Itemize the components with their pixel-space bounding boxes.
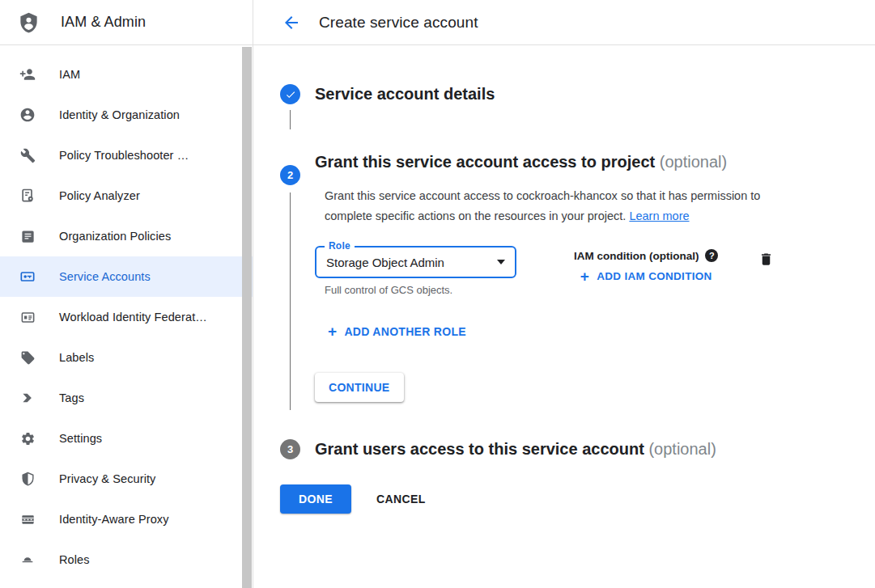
hat-icon — [19, 552, 36, 568]
cancel-button[interactable]: CANCEL — [376, 493, 426, 506]
sidebar-item-label: Service Accounts — [59, 270, 151, 283]
step-grant-users-access: 3 Grant users access to this service acc… — [280, 436, 843, 462]
add-another-role-label: ADD ANOTHER ROLE — [344, 325, 466, 338]
step2-title-text: Grant this service account access to pro… — [315, 153, 655, 171]
sidebar-item-privacy-security[interactable]: Privacy & Security — [0, 459, 253, 499]
plus-icon: + — [328, 324, 337, 339]
step-grant-access-to-project: 2 Grant this service account access to p… — [280, 149, 843, 420]
learn-more-link[interactable]: Learn more — [629, 209, 689, 222]
account-circle-icon — [19, 107, 36, 123]
shield-icon — [19, 471, 36, 487]
iam-condition-label: IAM condition (optional) — [574, 250, 699, 262]
step2-title: Grant this service account access to pro… — [315, 149, 752, 175]
step3-number-indicator: 3 — [280, 439, 300, 459]
role-field-value: Storage Object Admin — [326, 256, 491, 269]
role-select[interactable]: Role Storage Object Admin — [315, 246, 516, 278]
sidebar-item-iam[interactable]: IAM — [0, 54, 253, 95]
iam-condition-block: IAM condition (optional) ? + ADD IAM CON… — [574, 246, 718, 284]
delete-role-button[interactable] — [757, 246, 775, 270]
step3-title: Grant users access to this service accou… — [315, 436, 843, 462]
sidebar-item-label: IAM — [59, 68, 80, 81]
sidebar-item-policy-troubleshooter[interactable]: Policy Troubleshooter … — [0, 135, 253, 176]
sidebar-item-label: Settings — [59, 432, 102, 445]
trash-icon — [758, 251, 774, 268]
iam-admin-app: IAM & Admin IAM Identity & Organization — [0, 0, 875, 588]
sidebar-header: IAM & Admin — [0, 0, 253, 45]
step2-optional-label: (optional) — [660, 153, 727, 171]
step1-complete-indicator — [280, 84, 300, 104]
arrow-back-icon — [282, 13, 301, 32]
sidebar-item-label: Identity-Aware Proxy — [59, 513, 169, 526]
step-service-account-details: Service account details — [280, 81, 843, 129]
sidebar-item-roles[interactable]: Roles — [0, 539, 253, 580]
sidebar-item-identity-organization[interactable]: Identity & Organization — [0, 95, 253, 135]
role-field-label: Role — [325, 240, 355, 252]
service-account-key-icon — [19, 269, 36, 285]
grant-access-description: Grant this service account access to coc… — [325, 186, 801, 226]
sidebar-item-label: Privacy & Security — [59, 472, 155, 485]
plus-icon: + — [580, 269, 589, 284]
done-button[interactable]: DONE — [280, 484, 351, 514]
step-connector — [290, 192, 291, 410]
step2-number-indicator: 2 — [280, 165, 300, 185]
sidebar-item-labels[interactable]: Labels — [0, 337, 253, 378]
add-iam-condition-button[interactable]: + ADD IAM CONDITION — [580, 269, 712, 284]
step1-title: Service account details — [315, 81, 843, 107]
sidebar-item-workload-identity-federation[interactable]: Workload Identity Federat… — [0, 297, 253, 337]
stepper-content: Service account details 2 Grant this ser… — [253, 45, 875, 514]
sidebar-item-label: Policy Analyzer — [59, 189, 140, 202]
form-actions: DONE CANCEL — [280, 484, 843, 514]
sidebar-item-label: Policy Troubleshooter … — [59, 149, 189, 162]
check-icon — [285, 89, 296, 100]
wrench-icon — [19, 147, 36, 163]
add-another-role-button[interactable]: + ADD ANOTHER ROLE — [328, 324, 466, 339]
sidebar-item-label: Labels — [59, 351, 94, 364]
sidebar-item-label: Workload Identity Federat… — [59, 311, 207, 324]
id-card-icon — [19, 309, 36, 325]
back-button[interactable] — [282, 13, 301, 32]
step3-optional-label: (optional) — [648, 440, 716, 458]
iam-shield-logo-icon — [18, 11, 40, 35]
sidebar-item-tags[interactable]: Tags — [0, 378, 253, 418]
sidebar-item-label: Organization Policies — [59, 230, 171, 243]
description-text: Grant this service account access to coc… — [325, 189, 760, 222]
policy-analyzer-icon — [19, 188, 36, 204]
continue-button[interactable]: CONTINUE — [315, 373, 404, 402]
dropdown-caret-icon — [497, 260, 505, 264]
role-row: Role Storage Object Admin Full control o… — [315, 246, 843, 296]
tag-arrow-icon — [19, 390, 36, 406]
sidebar-item-identity-aware-proxy[interactable]: Identity-Aware Proxy — [0, 499, 253, 539]
step-connector — [290, 110, 291, 129]
sidebar: IAM & Admin IAM Identity & Organization — [0, 0, 253, 588]
sidebar-item-label: Identity & Organization — [59, 108, 180, 121]
sidebar-title: IAM & Admin — [61, 14, 146, 31]
page-header: Create service account — [253, 0, 875, 45]
proxy-grid-icon — [19, 511, 36, 527]
sidebar-item-label: Roles — [59, 553, 90, 566]
role-helper-text: Full control of GCS objects. — [325, 284, 516, 296]
sidebar-scrollbar[interactable] — [242, 47, 252, 588]
step3-title-text: Grant users access to this service accou… — [315, 440, 644, 458]
help-icon[interactable]: ? — [705, 249, 718, 262]
gear-icon — [19, 430, 36, 446]
sidebar-item-organization-policies[interactable]: Organization Policies — [0, 216, 253, 256]
main-panel: Create service account Service account d… — [253, 0, 875, 588]
sidebar-nav: IAM Identity & Organization Policy Troub… — [0, 45, 253, 580]
sidebar-item-settings[interactable]: Settings — [0, 418, 253, 459]
sidebar-item-service-accounts[interactable]: Service Accounts — [0, 256, 253, 297]
sidebar-item-policy-analyzer[interactable]: Policy Analyzer — [0, 176, 253, 216]
add-iam-condition-label: ADD IAM CONDITION — [597, 270, 711, 282]
person-add-icon — [19, 66, 36, 82]
document-lines-icon — [19, 228, 36, 244]
label-tag-icon — [19, 349, 36, 366]
sidebar-item-label: Tags — [59, 391, 84, 404]
page-title: Create service account — [319, 14, 478, 32]
